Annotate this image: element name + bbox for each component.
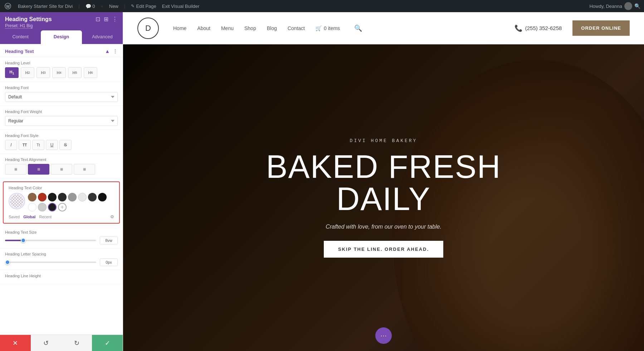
heading-font-style-label: Heading Font Style	[5, 133, 118, 138]
redo-button[interactable]: ↻	[62, 335, 92, 351]
letter-spacing-slider-control	[5, 258, 118, 266]
align-right-button[interactable]: ≡	[51, 164, 72, 175]
capitalize-button[interactable]: Tt	[32, 140, 44, 150]
nav-home[interactable]: Home	[173, 25, 186, 31]
hero-title: BAKED FRESHDAILY	[266, 151, 501, 215]
panel-split-icon[interactable]: ⊞	[104, 16, 108, 23]
exit-visual-builder-button[interactable]: Exit Visual Builder	[162, 4, 200, 9]
nav-search-icon[interactable]: 🔍	[354, 24, 362, 32]
h2-button[interactable]: H2	[21, 67, 34, 78]
color-tabs: Saved Global Recent ⚙	[9, 214, 114, 219]
color-tab-global[interactable]: Global	[23, 215, 35, 219]
color-swatch-black[interactable]	[98, 193, 107, 201]
h6-button[interactable]: H6	[84, 67, 97, 78]
left-panel: Heading Settings ⊡ ⊞ ⋮ Preset: H1 Big Co…	[0, 12, 123, 351]
tab-content[interactable]: Content	[0, 30, 41, 44]
search-icon[interactable]: 🔍	[634, 3, 640, 9]
panel-minimize-icon[interactable]: ⊡	[96, 16, 100, 23]
color-swatch-red[interactable]	[38, 193, 47, 201]
nav-cart[interactable]: 🛒 0 items	[316, 25, 340, 31]
heading-level-buttons: H1 H2 H3 H4 H5 H6	[5, 67, 118, 78]
panel-header-icons: ⊡ ⊞ ⋮	[96, 16, 118, 23]
nav-phone: 📞 (255) 352-6258	[514, 24, 562, 32]
heading-text-alignment-label: Heading Text Alignment	[5, 157, 118, 162]
text-size-value-input[interactable]	[100, 237, 118, 244]
nav-shop[interactable]: Shop	[244, 25, 256, 31]
color-tab-recent[interactable]: Recent	[39, 215, 52, 219]
nav-menu[interactable]: Menu	[221, 25, 234, 31]
user-menu[interactable]: Howdy, Deanna 🔍	[589, 2, 640, 10]
color-swatch-white[interactable]	[28, 203, 36, 211]
site-nav-links: Home About Menu Shop Blog Contact 🛒 0 it…	[173, 24, 500, 32]
font-style-buttons: I TT Tt U S	[5, 140, 118, 150]
heading-line-height-label: Heading Line Height	[5, 274, 118, 278]
heading-font-weight-select[interactable]: Regular	[5, 116, 118, 126]
section-header: Heading Text ▲ ⋮	[0, 44, 123, 57]
h1-button[interactable]: H1	[5, 67, 19, 78]
color-swatch-gray[interactable]	[68, 193, 77, 201]
hero-tagline: Crafted with love, from our oven to your…	[326, 224, 441, 230]
add-color-button[interactable]: +	[58, 203, 67, 211]
underline-button[interactable]: U	[46, 140, 58, 150]
text-size-slider-thumb[interactable]	[21, 238, 26, 243]
heading-line-height-row: Heading Line Height	[0, 270, 123, 284]
heading-font-row: Heading Font Default	[0, 82, 123, 106]
color-swatch-light[interactable]	[78, 193, 87, 201]
new-button[interactable]: New	[109, 4, 118, 9]
color-swatch-charcoal[interactable]	[88, 193, 97, 201]
nav-contact[interactable]: Contact	[288, 25, 305, 31]
color-swatch-near-black[interactable]	[48, 203, 57, 211]
heading-font-weight-label: Heading Font Weight	[5, 109, 118, 114]
hero-dots-button[interactable]: ⋯	[375, 327, 392, 344]
section-more-icon[interactable]: ⋮	[113, 48, 118, 54]
site-name[interactable]: Bakery Starter Site for Divi	[18, 4, 73, 9]
panel-header: Heading Settings ⊡ ⊞ ⋮ Preset: H1 Big	[0, 12, 123, 30]
align-center-button[interactable]: ≡	[28, 164, 49, 175]
panel-more-icon[interactable]: ⋮	[112, 16, 118, 23]
h4-button[interactable]: H4	[52, 67, 66, 78]
comments-count[interactable]: 💬 0	[86, 4, 95, 9]
order-online-button[interactable]: ORDER ONLINE	[572, 20, 630, 36]
nav-blog[interactable]: Blog	[267, 25, 277, 31]
save-button[interactable]: ✓	[92, 335, 123, 351]
heading-font-label: Heading Font	[5, 86, 118, 90]
h5-button[interactable]: H5	[68, 67, 82, 78]
heading-font-select[interactable]: Default	[5, 92, 118, 102]
undo-button[interactable]: ↺	[31, 335, 62, 351]
color-preview[interactable]	[9, 193, 25, 209]
h3-button[interactable]: H3	[36, 67, 50, 78]
text-size-slider-track[interactable]	[5, 240, 96, 241]
italic-button[interactable]: I	[5, 140, 17, 150]
color-swatch-dark2[interactable]	[58, 193, 67, 201]
strikethrough-button[interactable]: S	[59, 140, 72, 150]
letter-spacing-slider-thumb[interactable]	[5, 260, 10, 265]
bottom-action-bar: ✕ ↺ ↻ ✓	[0, 335, 123, 351]
uppercase-button[interactable]: TT	[19, 140, 31, 150]
site-logo[interactable]: D	[137, 18, 159, 39]
hero-subtitle: DIVI HOME BAKERY	[350, 138, 418, 143]
heading-text-size-label: Heading Text Size	[5, 230, 118, 234]
letter-spacing-slider-track[interactable]	[5, 262, 96, 263]
color-picker-area: +	[9, 193, 114, 211]
color-settings-icon[interactable]: ⚙	[110, 214, 114, 219]
phone-icon: 📞	[514, 24, 522, 32]
color-swatch-tan[interactable]	[28, 193, 36, 201]
align-justify-button[interactable]: ≡	[74, 164, 95, 175]
section-collapse-icon[interactable]: ▲	[105, 48, 110, 54]
text-size-slider-control	[5, 237, 118, 244]
color-tab-saved[interactable]: Saved	[9, 215, 20, 219]
wp-logo-icon[interactable]: W	[4, 2, 12, 10]
admin-bar: W Bakery Starter Site for Divi | 💬 0 + N…	[0, 0, 644, 12]
heading-text-color-section: Heading Text Color	[3, 181, 120, 224]
tab-design[interactable]: Design	[41, 30, 82, 44]
letter-spacing-value-input[interactable]	[100, 258, 118, 266]
cancel-button[interactable]: ✕	[0, 335, 31, 351]
phone-number: (255) 352-6258	[525, 25, 562, 31]
tab-advanced[interactable]: Advanced	[82, 30, 123, 44]
hero-cta-button[interactable]: SKIP THE LINE. ORDER AHEAD.	[324, 241, 443, 258]
edit-page-button[interactable]: ✎ Edit Page	[131, 4, 156, 9]
align-left-button[interactable]: ≡	[5, 164, 26, 175]
nav-about[interactable]: About	[197, 25, 210, 31]
color-swatch-dark1[interactable]	[48, 193, 57, 201]
color-swatch-lightgray[interactable]	[38, 203, 47, 211]
